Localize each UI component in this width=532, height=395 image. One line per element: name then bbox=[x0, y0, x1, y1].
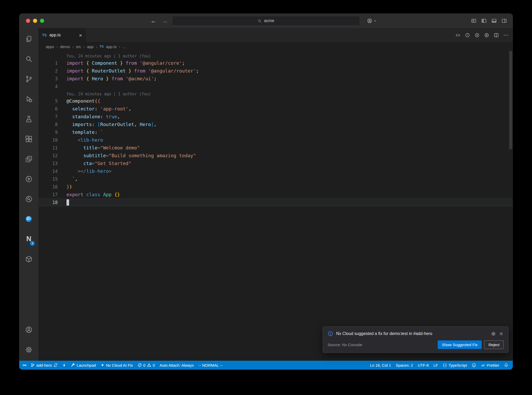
split-editor-icon[interactable] bbox=[494, 32, 499, 38]
status-launchpad[interactable]: Launchpad bbox=[69, 361, 98, 370]
sidebar-item-code-search[interactable] bbox=[19, 189, 38, 209]
sidebar-item-settings[interactable] bbox=[19, 340, 38, 360]
show-suggested-fix-button[interactable]: Show Suggested Fix bbox=[438, 340, 482, 349]
search-value: acme bbox=[264, 18, 274, 23]
code-line[interactable]: 18 bbox=[38, 199, 513, 206]
notification-close-icon[interactable] bbox=[499, 331, 504, 336]
zap-icon bbox=[62, 363, 66, 367]
sidebar-item-explorer[interactable] bbox=[19, 29, 38, 49]
status-zap[interactable] bbox=[60, 361, 69, 370]
breadcrumb-item[interactable]: src bbox=[76, 44, 81, 49]
status-language[interactable]: {} TypeScript bbox=[440, 361, 469, 370]
code-line[interactable]: 16}) bbox=[38, 183, 513, 191]
customize-layout-icon[interactable] bbox=[471, 18, 477, 24]
code-line[interactable]: 3import { Hero } from '@acme/ui'; bbox=[38, 75, 513, 83]
code-line[interactable]: 12 subtitle="Build something amazing tod… bbox=[38, 152, 513, 160]
reject-button[interactable]: Reject bbox=[484, 340, 504, 349]
code-line[interactable]: 2import { RouterOutlet } from '@angular/… bbox=[38, 67, 513, 75]
zoom-button[interactable] bbox=[40, 19, 44, 23]
sidebar-item-windows[interactable] bbox=[19, 149, 38, 169]
smiley-icon bbox=[472, 363, 476, 367]
search-circle-icon bbox=[25, 195, 33, 203]
sidebar-item-search[interactable] bbox=[19, 49, 38, 69]
sidebar-item-nx-console[interactable]: N 3 bbox=[19, 229, 38, 249]
sidebar-item-extensions[interactable] bbox=[19, 129, 38, 149]
code-line[interactable]: 10 <lib-hero bbox=[38, 136, 513, 144]
status-vim-mode[interactable]: -- NORMAL -- bbox=[196, 361, 225, 370]
windows-icon bbox=[25, 155, 33, 163]
code-line[interactable]: 17export class App {} bbox=[38, 191, 513, 199]
status-feedback[interactable] bbox=[469, 361, 478, 370]
status-branch[interactable]: add-hero bbox=[28, 361, 60, 370]
forward-icon[interactable]: → bbox=[162, 17, 168, 24]
sidebar-item-run-tasks[interactable] bbox=[19, 169, 38, 189]
code-line[interactable]: 13 cta="Get Started" bbox=[38, 160, 513, 167]
code-line[interactable]: 7 standalone: true, bbox=[38, 113, 513, 121]
editor[interactable]: You, 24 minutes ago | 1 author (You)1imp… bbox=[38, 51, 513, 361]
back-icon[interactable]: ← bbox=[150, 17, 157, 24]
branch-name: add-hero bbox=[36, 363, 52, 367]
circle-dot-icon[interactable] bbox=[465, 32, 470, 38]
code-dot-icon[interactable] bbox=[455, 32, 461, 38]
command-center-search[interactable]: acme bbox=[172, 16, 360, 26]
breadcrumb-more[interactable]: … bbox=[123, 44, 127, 49]
sidebar-item-testing[interactable] bbox=[19, 109, 38, 129]
status-eol[interactable]: LF bbox=[431, 361, 440, 370]
editor-scrollbar[interactable] bbox=[509, 51, 512, 149]
remote-indicator[interactable]: >< bbox=[20, 361, 28, 370]
close-tab-icon[interactable]: × bbox=[79, 32, 82, 38]
breadcrumb: apps › demo › src › app › TS app.ts › … bbox=[38, 42, 513, 51]
more-actions-icon[interactable] bbox=[503, 32, 509, 38]
errors-icon bbox=[138, 363, 142, 367]
info-icon bbox=[328, 331, 333, 337]
sidebar-item-run-debug[interactable] bbox=[19, 89, 38, 109]
run-below-icon[interactable] bbox=[474, 32, 480, 38]
toggle-sidebar-icon[interactable] bbox=[481, 18, 487, 24]
sidebar-item-blue-extension[interactable] bbox=[19, 209, 38, 229]
sidebar-item-accounts[interactable] bbox=[19, 320, 38, 340]
code-line[interactable]: 1import { Component } from '@angular/cor… bbox=[38, 59, 513, 67]
encoding-label: UTF-8 bbox=[418, 363, 429, 367]
breadcrumb-item[interactable]: demo bbox=[60, 44, 70, 49]
breadcrumb-item[interactable]: apps bbox=[46, 44, 54, 49]
status-encoding[interactable]: UTF-8 bbox=[415, 361, 431, 370]
vscode-window: ← → acme bbox=[19, 14, 513, 370]
status-indentation[interactable]: Spaces: 2 bbox=[393, 361, 415, 370]
tab-bar: TS app.ts × bbox=[38, 28, 513, 42]
blue-extension-icon bbox=[25, 215, 33, 223]
status-formatter[interactable]: Prettier bbox=[478, 361, 502, 370]
typescript-file-icon: TS bbox=[42, 33, 47, 37]
breadcrumb-separator: › bbox=[57, 44, 58, 49]
code-line[interactable]: 4 bbox=[38, 83, 513, 90]
double-check-icon bbox=[481, 363, 485, 367]
breadcrumb-separator: › bbox=[83, 44, 85, 49]
breadcrumb-item[interactable]: app bbox=[87, 44, 94, 49]
notification-source: Source: Nx Console bbox=[328, 343, 438, 347]
code-line[interactable]: 9 template: ` bbox=[38, 128, 513, 136]
status-notifications[interactable] bbox=[502, 361, 511, 370]
code-line[interactable]: 15 `, bbox=[38, 175, 513, 183]
status-cursor-position[interactable]: Ln 18, Col 1 bbox=[368, 361, 393, 370]
minimize-button[interactable] bbox=[33, 19, 37, 23]
editor-cursor bbox=[66, 199, 69, 206]
status-nx-cloud-fix[interactable]: Nx Cloud AI Fix bbox=[98, 361, 135, 370]
blame-annotation: You, 24 minutes ago | 1 author (You) bbox=[38, 52, 513, 59]
code-line[interactable]: 8 imports: [RouterOutlet, Hero], bbox=[38, 121, 513, 128]
toggle-panel-icon[interactable] bbox=[491, 18, 497, 24]
notification-settings-gear-icon[interactable] bbox=[491, 331, 496, 336]
breadcrumb-item-file[interactable]: app.ts bbox=[106, 44, 117, 49]
toggle-secondary-sidebar-icon[interactable] bbox=[501, 18, 507, 24]
code-line[interactable]: 6 selector: 'app-root', bbox=[38, 105, 513, 113]
tab-label: app.ts bbox=[49, 33, 61, 37]
code-line[interactable]: 5@Component({ bbox=[38, 97, 513, 105]
sidebar-item-package[interactable] bbox=[19, 249, 38, 269]
profile-button[interactable] bbox=[367, 14, 377, 28]
tab-app-ts[interactable]: TS app.ts × bbox=[38, 28, 86, 42]
code-line[interactable]: 14 ></lib-hero> bbox=[38, 167, 513, 175]
status-auto-attach[interactable]: Auto Attach: Always bbox=[157, 361, 196, 370]
sidebar-item-source-control[interactable] bbox=[19, 69, 38, 89]
status-problems[interactable]: 0 0 bbox=[135, 361, 157, 370]
close-button[interactable] bbox=[26, 19, 30, 23]
code-line[interactable]: 11 title="Welcmoe demo" bbox=[38, 144, 513, 152]
run-file-icon[interactable] bbox=[484, 32, 489, 38]
